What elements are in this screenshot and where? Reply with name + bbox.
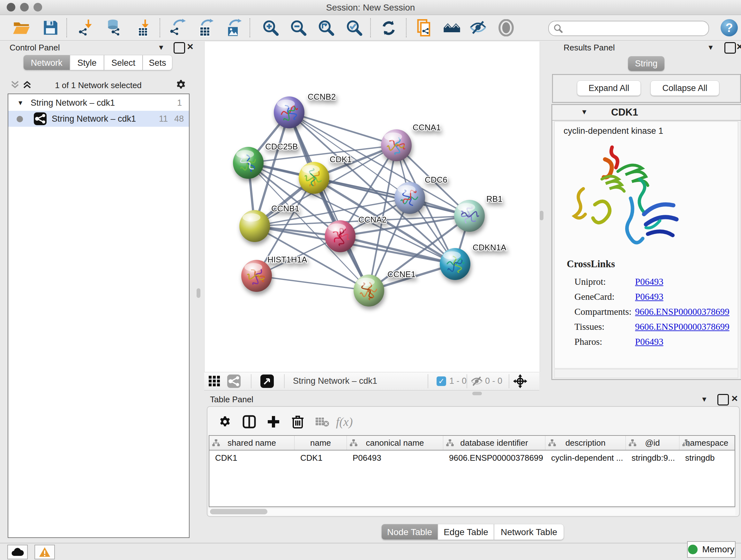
- cell-canonical-name[interactable]: P06493: [347, 450, 443, 465]
- cell-description[interactable]: cyclin-dependent ...: [545, 450, 626, 465]
- node-CDKN1A[interactable]: CDKN1A: [440, 243, 507, 280]
- memory-button[interactable]: Memory: [687, 541, 736, 558]
- results-panel-menu-icon[interactable]: ▼: [707, 44, 714, 52]
- network-view-string-icon[interactable]: [227, 374, 241, 388]
- cell-@id[interactable]: stringdb:9...: [626, 450, 679, 465]
- column-header-database-identifier[interactable]: database identifier: [443, 436, 545, 450]
- export-table-icon[interactable]: [196, 19, 215, 37]
- tab-network-table[interactable]: Network Table: [494, 524, 564, 540]
- import-network-icon[interactable]: [77, 19, 96, 37]
- results-panel-close-icon[interactable]: ×: [737, 40, 741, 53]
- tab-select[interactable]: Select: [104, 55, 143, 70]
- crosslink-link[interactable]: 9606.ENSP00000378699: [635, 307, 730, 317]
- zoom-selected-icon[interactable]: [345, 19, 364, 37]
- table-panel-close-icon[interactable]: ×: [731, 392, 738, 405]
- results-panel-float-icon[interactable]: [724, 42, 736, 54]
- table-gear-icon[interactable]: [216, 413, 234, 431]
- search-input[interactable]: [565, 23, 704, 34]
- collapse-all-button[interactable]: Collapse All: [650, 80, 719, 96]
- export-image-icon[interactable]: [224, 19, 243, 37]
- node-CCNE1[interactable]: CCNE1: [354, 269, 415, 307]
- table-delete-icon[interactable]: [288, 413, 307, 431]
- network-collection-row[interactable]: ▼ String Network – cdk1 1: [8, 95, 189, 111]
- crosslink-link[interactable]: 9606.ENSP00000378699: [635, 321, 730, 332]
- table-panel-menu-icon[interactable]: ▼: [701, 395, 708, 403]
- table-columns-icon[interactable]: [240, 413, 259, 431]
- table-hscrollbar[interactable]: [209, 508, 735, 515]
- duplicate-network-icon[interactable]: [415, 19, 434, 37]
- zoom-out-icon[interactable]: [289, 19, 308, 37]
- tab-network[interactable]: Network: [23, 55, 70, 70]
- tab-node-table[interactable]: Node Table: [381, 524, 438, 540]
- column-header-@id[interactable]: @id: [626, 436, 679, 450]
- zoom-in-icon[interactable]: [261, 19, 280, 37]
- left-splitter-handle[interactable]: [197, 288, 200, 298]
- column-header-canonical-name[interactable]: canonical name: [347, 436, 443, 450]
- network-view-title: String Network – cdk1: [293, 376, 377, 386]
- detach-view-icon[interactable]: [260, 374, 274, 388]
- column-header-namespace[interactable]: namespace: [679, 436, 735, 450]
- control-panel-close-icon[interactable]: ×: [187, 40, 193, 53]
- cloud-button[interactable]: [7, 545, 28, 559]
- gene-section-header[interactable]: ▼ CDK1: [552, 105, 741, 121]
- control-panel-menu-icon[interactable]: ▼: [158, 44, 165, 52]
- tab-string[interactable]: String: [628, 56, 664, 71]
- node-HIST1H1A[interactable]: HIST1H1A: [241, 255, 307, 292]
- import-network-database-icon[interactable]: [104, 19, 123, 37]
- tab-edge-table[interactable]: Edge Table: [438, 524, 494, 540]
- crosslink-link[interactable]: P06493: [635, 336, 664, 347]
- crosslink-link[interactable]: P06493: [635, 292, 664, 302]
- cell-database-identifier[interactable]: 9606.ENSP00000378699: [443, 450, 545, 465]
- network-row-selected[interactable]: String Network – cdk1 11 48: [8, 111, 189, 127]
- expand-all-button[interactable]: Expand All: [577, 80, 641, 96]
- zoom-fit-icon[interactable]: [317, 19, 336, 37]
- tab-sets[interactable]: Sets: [143, 55, 172, 70]
- export-network-icon[interactable]: [168, 19, 187, 37]
- collection-expand-icon[interactable]: ▼: [17, 95, 23, 111]
- toolbar-separator: [159, 18, 160, 37]
- table-delete-table-icon[interactable]: [313, 413, 331, 431]
- node-RB1[interactable]: RB1: [454, 194, 502, 232]
- hidden-eye-icon[interactable]: [470, 376, 483, 386]
- warning-button[interactable]: [35, 545, 55, 559]
- tab-style[interactable]: Style: [70, 55, 104, 70]
- table-row[interactable]: CDK1CDK1P064939606.ENSP00000378699cyclin…: [209, 450, 735, 465]
- statusbar-divider: [0, 543, 741, 543]
- node-CCNB1[interactable]: CCNB1: [239, 204, 299, 242]
- cell-name[interactable]: CDK1: [294, 450, 347, 465]
- column-header-shared-name[interactable]: shared name: [209, 436, 294, 450]
- node-CCNB2[interactable]: CCNB2: [274, 92, 336, 128]
- selected-checkbox-icon[interactable]: ✓: [436, 376, 446, 386]
- save-session-icon[interactable]: [41, 19, 60, 37]
- open-session-icon[interactable]: [12, 19, 31, 37]
- memory-status-dot: [688, 545, 697, 554]
- help-icon[interactable]: ?: [721, 19, 738, 37]
- node-table-header[interactable]: shared namenamecanonical namedatabase id…: [209, 436, 735, 450]
- pan-crosshair-icon[interactable]: [513, 374, 527, 388]
- results-hscrollbar[interactable]: [554, 369, 738, 378]
- bottom-splitter-handle[interactable]: [472, 392, 482, 395]
- birdseye-icon[interactable]: [496, 19, 516, 37]
- scrollbar-thumb[interactable]: [210, 509, 267, 514]
- grid-view-icon[interactable]: [209, 376, 221, 387]
- hide-selected-icon[interactable]: [468, 19, 488, 37]
- show-graphics-details-icon[interactable]: [442, 19, 461, 37]
- crosslink-link[interactable]: P06493: [635, 276, 664, 287]
- network-options-gear-icon[interactable]: [176, 79, 186, 90]
- network-graph[interactable]: CCNB2CCNA1CDC25BCDK1CDC6RB1CCNB1CCNA2CDK…: [205, 42, 540, 372]
- column-header-name[interactable]: name: [294, 436, 347, 450]
- gene-collapse-icon[interactable]: ▼: [581, 108, 588, 116]
- refresh-icon[interactable]: [379, 19, 398, 37]
- network-view-canvas[interactable]: CCNB2CCNA1CDC25BCDK1CDC6RB1CCNB1CCNA2CDK…: [204, 42, 540, 372]
- node-CCNA1[interactable]: CCNA1: [381, 123, 441, 161]
- table-fx-icon[interactable]: f(x): [335, 413, 354, 431]
- control-panel-float-icon[interactable]: [174, 42, 185, 54]
- search-field[interactable]: [548, 21, 709, 36]
- cell-namespace[interactable]: stringdb: [679, 450, 735, 465]
- cell-shared-name[interactable]: CDK1: [209, 450, 294, 465]
- table-panel-float-icon[interactable]: [718, 394, 729, 406]
- table-add-icon[interactable]: [264, 413, 283, 431]
- import-table-icon[interactable]: [133, 19, 152, 37]
- column-header-description[interactable]: description: [545, 436, 626, 450]
- edge-count: 48: [174, 111, 184, 127]
